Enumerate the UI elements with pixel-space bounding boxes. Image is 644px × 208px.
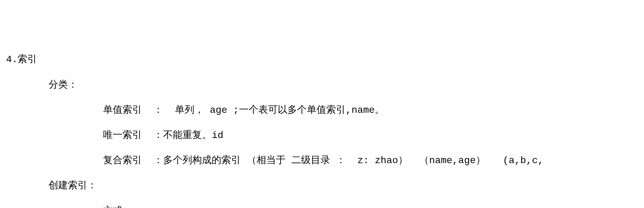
- subsection-classification-title: 分类：: [6, 79, 638, 92]
- section-heading: 4.索引: [6, 53, 638, 66]
- subsection-create-title: 创建索引：: [6, 179, 638, 192]
- classification-composite: 复合索引 ：多个列构成的索引 （相当于 二级目录 ： z: zhao） （nam…: [6, 154, 638, 167]
- classification-unique: 唯一索引 ：不能重复。id: [6, 129, 638, 142]
- classification-single-value: 单值索引 ： 单列， age ;一个表可以多个单值索引,name。: [6, 104, 638, 117]
- create-method-one: 方式一：: [6, 205, 638, 208]
